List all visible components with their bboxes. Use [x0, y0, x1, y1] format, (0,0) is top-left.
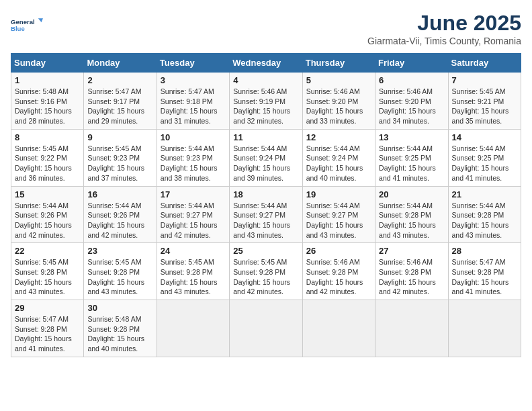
day-number: 21: [452, 189, 517, 199]
calendar-week-row: 8 Sunrise: 5:45 AM Sunset: 9:22 PM Dayli…: [11, 129, 521, 186]
day-number: 9: [87, 132, 152, 142]
subtitle: Giarmata-Vii, Timis County, Romania: [367, 36, 521, 46]
day-number: 18: [233, 189, 298, 199]
table-row: 10 Sunrise: 5:44 AM Sunset: 9:23 PM Dayl…: [157, 129, 229, 186]
day-info: Sunrise: 5:44 AM Sunset: 9:28 PM Dayligh…: [452, 201, 517, 240]
day-number: 8: [15, 132, 80, 142]
calendar-week-row: 15 Sunrise: 5:44 AM Sunset: 9:26 PM Dayl…: [11, 186, 521, 243]
day-number: 14: [452, 132, 517, 142]
day-info: Sunrise: 5:47 AM Sunset: 9:18 PM Dayligh…: [161, 87, 226, 126]
header-sunday: Sunday: [11, 54, 84, 73]
day-number: 5: [306, 75, 371, 85]
day-info: Sunrise: 5:45 AM Sunset: 9:28 PM Dayligh…: [15, 257, 80, 297]
day-number: 4: [233, 75, 298, 85]
table-row: 13 Sunrise: 5:44 AM Sunset: 9:25 PM Dayl…: [375, 129, 448, 186]
day-info: Sunrise: 5:48 AM Sunset: 9:28 PM Dayligh…: [87, 314, 152, 354]
day-number: 22: [15, 246, 80, 256]
calendar-week-row: 22 Sunrise: 5:45 AM Sunset: 9:28 PM Dayl…: [11, 243, 521, 300]
day-info: Sunrise: 5:45 AM Sunset: 9:21 PM Dayligh…: [452, 87, 517, 126]
day-number: 12: [306, 132, 371, 142]
day-number: 19: [306, 189, 371, 199]
calendar-week-row: 1 Sunrise: 5:48 AM Sunset: 9:16 PM Dayli…: [11, 73, 521, 130]
day-number: 25: [233, 246, 298, 256]
header-monday: Monday: [84, 54, 157, 73]
table-row: 3 Sunrise: 5:47 AM Sunset: 9:18 PM Dayli…: [157, 73, 229, 130]
calendar-table: Sunday Monday Tuesday Wednesday Thursday…: [11, 53, 521, 357]
table-row: 30 Sunrise: 5:48 AM Sunset: 9:28 PM Dayl…: [84, 300, 157, 357]
table-row: 18 Sunrise: 5:44 AM Sunset: 9:27 PM Dayl…: [230, 186, 302, 243]
day-number: 30: [87, 303, 152, 313]
day-info: Sunrise: 5:48 AM Sunset: 9:16 PM Dayligh…: [15, 87, 80, 126]
day-info: Sunrise: 5:45 AM Sunset: 9:28 PM Dayligh…: [87, 257, 152, 297]
table-row: 8 Sunrise: 5:45 AM Sunset: 9:22 PM Dayli…: [11, 129, 84, 186]
table-row: 2 Sunrise: 5:47 AM Sunset: 9:17 PM Dayli…: [84, 73, 157, 130]
table-row: 27 Sunrise: 5:46 AM Sunset: 9:28 PM Dayl…: [375, 243, 448, 300]
table-row: [375, 300, 448, 357]
day-info: Sunrise: 5:45 AM Sunset: 9:28 PM Dayligh…: [161, 257, 226, 297]
table-row: [302, 300, 375, 357]
day-info: Sunrise: 5:46 AM Sunset: 9:19 PM Dayligh…: [233, 87, 298, 126]
table-row: [157, 300, 229, 357]
day-number: 24: [161, 246, 226, 256]
page-header: General Blue June 2025 Giarmata-Vii, Tim…: [11, 11, 521, 46]
table-row: [230, 300, 302, 357]
table-row: 29 Sunrise: 5:47 AM Sunset: 9:28 PM Dayl…: [11, 300, 84, 357]
day-number: 6: [379, 75, 444, 85]
day-info: Sunrise: 5:45 AM Sunset: 9:22 PM Dayligh…: [15, 144, 80, 183]
day-info: Sunrise: 5:47 AM Sunset: 9:28 PM Dayligh…: [15, 314, 80, 354]
svg-marker-2: [38, 18, 43, 22]
table-row: 22 Sunrise: 5:45 AM Sunset: 9:28 PM Dayl…: [11, 243, 84, 300]
day-number: 28: [452, 246, 517, 256]
table-row: 4 Sunrise: 5:46 AM Sunset: 9:19 PM Dayli…: [230, 73, 302, 130]
day-number: 3: [161, 75, 226, 85]
day-info: Sunrise: 5:44 AM Sunset: 9:27 PM Dayligh…: [161, 201, 226, 240]
header-tuesday: Tuesday: [157, 54, 229, 73]
table-row: 24 Sunrise: 5:45 AM Sunset: 9:28 PM Dayl…: [157, 243, 229, 300]
day-number: 1: [15, 75, 80, 85]
table-row: 25 Sunrise: 5:45 AM Sunset: 9:28 PM Dayl…: [230, 243, 302, 300]
day-info: Sunrise: 5:44 AM Sunset: 9:26 PM Dayligh…: [87, 201, 152, 240]
day-number: 2: [87, 75, 152, 85]
day-info: Sunrise: 5:46 AM Sunset: 9:28 PM Dayligh…: [306, 257, 371, 297]
table-row: 12 Sunrise: 5:44 AM Sunset: 9:24 PM Dayl…: [302, 129, 375, 186]
day-number: 20: [379, 189, 444, 199]
day-number: 7: [452, 75, 517, 85]
day-number: 11: [233, 132, 298, 142]
table-row: 15 Sunrise: 5:44 AM Sunset: 9:26 PM Dayl…: [11, 186, 84, 243]
day-info: Sunrise: 5:45 AM Sunset: 9:23 PM Dayligh…: [87, 144, 152, 183]
calendar-week-row: 29 Sunrise: 5:47 AM Sunset: 9:28 PM Dayl…: [11, 300, 521, 357]
header-thursday: Thursday: [302, 54, 375, 73]
table-row: 16 Sunrise: 5:44 AM Sunset: 9:26 PM Dayl…: [84, 186, 157, 243]
day-info: Sunrise: 5:46 AM Sunset: 9:20 PM Dayligh…: [306, 87, 371, 126]
table-row: 6 Sunrise: 5:46 AM Sunset: 9:20 PM Dayli…: [375, 73, 448, 130]
table-row: 5 Sunrise: 5:46 AM Sunset: 9:20 PM Dayli…: [302, 73, 375, 130]
table-row: 26 Sunrise: 5:46 AM Sunset: 9:28 PM Dayl…: [302, 243, 375, 300]
table-row: 20 Sunrise: 5:44 AM Sunset: 9:28 PM Dayl…: [375, 186, 448, 243]
day-number: 17: [161, 189, 226, 199]
day-number: 15: [15, 189, 80, 199]
day-info: Sunrise: 5:44 AM Sunset: 9:24 PM Dayligh…: [233, 144, 298, 183]
day-number: 13: [379, 132, 444, 142]
day-info: Sunrise: 5:44 AM Sunset: 9:27 PM Dayligh…: [233, 201, 298, 240]
svg-text:General: General: [11, 18, 35, 26]
calendar-header-row: Sunday Monday Tuesday Wednesday Thursday…: [11, 54, 521, 73]
day-number: 29: [15, 303, 80, 313]
table-row: [448, 300, 521, 357]
table-row: 11 Sunrise: 5:44 AM Sunset: 9:24 PM Dayl…: [230, 129, 302, 186]
day-info: Sunrise: 5:46 AM Sunset: 9:28 PM Dayligh…: [379, 257, 444, 297]
table-row: 9 Sunrise: 5:45 AM Sunset: 9:23 PM Dayli…: [84, 129, 157, 186]
table-row: 14 Sunrise: 5:44 AM Sunset: 9:25 PM Dayl…: [448, 129, 521, 186]
svg-text:Blue: Blue: [11, 25, 25, 32]
day-number: 16: [87, 189, 152, 199]
day-number: 27: [379, 246, 444, 256]
day-info: Sunrise: 5:44 AM Sunset: 9:24 PM Dayligh…: [306, 144, 371, 183]
table-row: 17 Sunrise: 5:44 AM Sunset: 9:27 PM Dayl…: [157, 186, 229, 243]
day-number: 23: [87, 246, 152, 256]
day-number: 26: [306, 246, 371, 256]
day-info: Sunrise: 5:44 AM Sunset: 9:23 PM Dayligh…: [161, 144, 226, 183]
main-title: June 2025: [367, 11, 521, 36]
day-info: Sunrise: 5:44 AM Sunset: 9:25 PM Dayligh…: [452, 144, 517, 183]
header-friday: Friday: [375, 54, 448, 73]
table-row: 1 Sunrise: 5:48 AM Sunset: 9:16 PM Dayli…: [11, 73, 84, 130]
header-saturday: Saturday: [448, 54, 521, 73]
